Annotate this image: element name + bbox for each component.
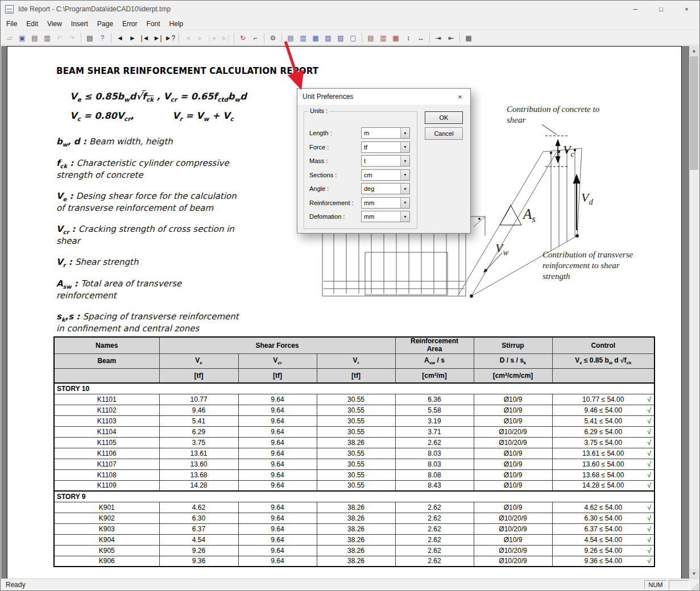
menu-file[interactable]: File [2,18,22,30]
beam-row: K110813.689.6430.558.08Ø10/913.68 ≤ 54.0… [54,469,655,480]
nav-goto-page-icon[interactable]: ►? [164,32,176,44]
help-icon[interactable]: ? [96,32,109,44]
combo-force[interactable]: tf▼ [361,141,410,153]
ve-value: 13.60 [159,459,238,469]
combo-mass[interactable]: t▼ [361,155,410,167]
combo-arrow-icon[interactable]: ▼ [400,128,409,138]
view-info-icon[interactable]: ▦ [390,32,402,44]
combo-defomation[interactable]: mm▼ [361,211,410,222]
fit-window-icon[interactable]: ⇤ [445,32,457,44]
toolbar-separator [81,33,81,43]
control-value: 10.77 ≤ 54.00√ [552,394,655,405]
combo-arrow-icon[interactable]: ▼ [400,184,409,194]
check-icon: √ [647,450,651,457]
menu-page[interactable]: Page [93,18,118,30]
definition-term: Asw : [56,278,81,289]
control-value: 3.75 ≤ 54.00√ [552,437,655,448]
combo-angle[interactable]: deg▼ [361,183,410,194]
nav-last-icon[interactable]: ►| [151,32,164,44]
table-grid-icon[interactable]: ▦ [462,32,475,44]
toolbar-separator [459,33,460,43]
control-value: 13.61 ≤ 54.00√ [552,448,655,459]
dialog-close-icon[interactable]: × [450,89,470,105]
scroll-up-icon[interactable]: ▲ [689,46,699,56]
ve-value: 6.29 [159,426,238,437]
diagram-label-concrete-contribution: Contribution of concrete to shear [507,104,609,126]
view-errors-icon[interactable]: ▤ [365,32,377,44]
print-icon[interactable]: ▥ [41,32,53,44]
fit-height-icon[interactable]: ↕ [402,32,415,44]
units-groupbox: Units : Length :m▼Force :tf▼Mass :t▼Sect… [304,111,417,229]
menu-insert[interactable]: Insert [67,18,93,30]
combo-arrow-icon[interactable]: ▼ [400,198,409,208]
refresh-icon[interactable]: ↻ [237,32,249,44]
asw-s-value: 6.36 [395,394,474,405]
vertical-scrollbar[interactable]: ▲ ▼ [689,46,699,578]
combo-sections[interactable]: cm▼ [361,169,410,181]
stirrup-value: Ø10/9 [474,459,552,469]
ok-button[interactable]: OK [425,111,463,124]
ve-value: 4.62 [159,502,238,513]
check-icon: √ [647,460,651,468]
field-label-mass: Mass : [309,157,328,164]
definition-term: Ve : [56,191,76,201]
page-corner-icon[interactable]: ⌐ [249,32,262,44]
combo-value-defomation: mm [362,211,400,222]
view-warnings-icon[interactable]: ▥ [377,32,390,44]
open-icon[interactable]: ▱ [3,32,16,44]
stirrup-value: Ø10/9 [474,415,552,426]
control-value: 9.36 ≤ 54.00√ [552,556,655,567]
nav-back-icon[interactable]: ◄ [114,32,126,44]
col-header-unit-cm2cmcm: [cm²/cm/cm] [474,368,552,383]
field-defomation: Defomation :mm▼ [309,211,413,223]
save-icon[interactable]: ▣ [16,32,28,44]
menu-error[interactable]: Error [118,18,142,30]
print-preview-icon[interactable]: ▤ [28,32,41,44]
scrollbar-thumb[interactable] [690,56,698,170]
fit-page-icon[interactable]: ⇥ [432,32,445,44]
layout-thumbnails-icon[interactable]: ▨ [334,32,347,44]
close-button[interactable]: × [674,1,699,18]
check-icon: √ [647,525,651,533]
layout-full-icon[interactable]: ▢ [347,32,359,44]
vcr-value: 9.64 [238,480,317,491]
beam-name: K1105 [54,437,159,448]
vcr-value: 9.64 [238,545,317,556]
maximize-button[interactable]: □ [648,1,674,18]
combo-arrow-icon[interactable]: ▼ [400,211,409,222]
field-label-reinforcement: Reinforcement : [309,199,354,206]
nav-forward-icon[interactable]: ► [126,32,139,44]
resize-grip[interactable] [691,582,699,590]
combo-arrow-icon[interactable]: ▼ [400,142,409,152]
combo-reinforcement[interactable]: mm▼ [361,197,410,209]
nav-first-icon[interactable]: |◄ [139,32,151,44]
field-angle: Angle :deg▼ [309,183,413,195]
diagram-label-transverse-contribution: Contribution of transverse reinforcement… [542,249,633,281]
menu-font[interactable]: Font [142,18,165,30]
beam-name: K1106 [54,448,159,459]
annotation-arrow [278,35,329,94]
page-setup-icon[interactable]: ▤ [84,32,96,44]
beam-row: K9026.309.6438.262.62Ø10/20/96.30 ≤ 54.0… [54,513,655,523]
unit-preferences-icon[interactable]: ⚙ [267,32,279,44]
menu-help[interactable]: Help [165,18,188,30]
cancel-button[interactable]: Cancel [425,127,463,140]
combo-arrow-icon[interactable]: ▼ [400,156,409,166]
beam-name: K905 [54,545,159,556]
vcr-value: 9.64 [238,459,317,469]
fit-width-icon[interactable]: ↔ [415,32,427,44]
minimize-button[interactable]: ─ [623,1,648,18]
toolbar-separator [111,33,111,43]
col-header-unit-cm2m: [cm²/m] [395,368,474,383]
stirrup-value: Ø10/9 [474,448,552,459]
beam-row: K9059.269.6438.262.62Ø10/20/99.26 ≤ 54.0… [54,545,655,556]
ve-value: 4.54 [159,534,238,545]
col-header-d-s-sk: D / s / sk [474,353,552,368]
menu-edit[interactable]: Edit [22,18,43,30]
combo-arrow-icon[interactable]: ▼ [400,170,409,180]
jump-last-icon: ►| [219,32,231,44]
menu-view[interactable]: View [43,18,67,30]
col-header-stirrup: Stirrup [474,337,552,353]
combo-length[interactable]: m▼ [361,127,410,139]
scroll-down-icon[interactable]: ▼ [689,569,699,578]
